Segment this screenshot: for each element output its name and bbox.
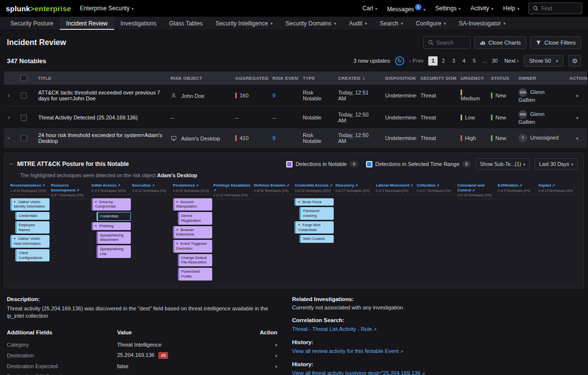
review-activity-link[interactable]: View all review activity for this Notabl… (292, 348, 404, 354)
topbar-menu-item[interactable]: Messages1 (387, 4, 425, 13)
col-owner[interactable]: OWNER (514, 71, 565, 85)
find-searchbox[interactable] (528, 2, 582, 14)
close-charts-button[interactable]: Close Charts (474, 36, 526, 49)
nav-item[interactable]: Glass Tables (163, 17, 209, 30)
page-number-button[interactable]: 30 (490, 56, 499, 66)
row-action-caret-icon[interactable] (574, 135, 579, 141)
technique-box[interactable]: Device Registration (178, 212, 212, 225)
page-number-button[interactable]: 4 (459, 56, 468, 66)
prev-page-button[interactable]: Prev (409, 58, 423, 64)
technique-box[interactable]: Client Configurations (15, 249, 49, 262)
nav-item[interactable]: Audit (343, 17, 373, 30)
nav-item[interactable]: Security Posture (4, 17, 60, 30)
nav-item[interactable]: Investigations (114, 17, 163, 30)
topbar-menu-item[interactable]: Activity (470, 5, 493, 12)
nav-item[interactable]: Security Intelligence (209, 17, 279, 30)
notable-row[interactable]: Threat Activity Detected (25.204.169.136… (4, 107, 587, 129)
time-range-dropdown[interactable]: Last 30 Days (535, 158, 578, 170)
field-action-caret-icon[interactable] (273, 363, 277, 369)
topbar-menu-item[interactable]: Carl (363, 5, 378, 12)
page-number-button[interactable]: ... (480, 56, 489, 66)
topbar-menu-item[interactable]: Settings (435, 5, 461, 12)
page-number-button[interactable]: 1 (428, 56, 438, 66)
col-title[interactable]: TITLE (34, 71, 167, 85)
col-security-domain[interactable]: SECURITY DOMAIN (416, 71, 457, 85)
nav-item[interactable]: Configure (410, 17, 453, 30)
next-page-button[interactable]: Next (504, 58, 518, 64)
tactic-link[interactable]: Persistence (173, 183, 212, 188)
technique-box[interactable]: PowerShell Profile (178, 268, 212, 281)
nav-item[interactable]: Incident Review (60, 17, 114, 30)
refresh-updates-button[interactable]: ↻ (395, 56, 404, 66)
tactic-link[interactable]: Collection (416, 183, 456, 188)
technique-box[interactable]: Browser Extensions (173, 226, 212, 239)
expand-chevron-icon[interactable] (5, 137, 12, 139)
technique-box[interactable]: Brute Force (294, 198, 334, 206)
find-input[interactable] (541, 5, 576, 11)
technique-box[interactable]: Change Default File Association (178, 254, 212, 267)
subtechniques-dropdown[interactable]: Show Sub-Te...(1) (476, 158, 530, 170)
page-number-button[interactable]: 2 (439, 56, 448, 66)
col-type[interactable]: TYPE (299, 71, 334, 85)
select-all-checkbox[interactable] (21, 75, 27, 81)
technique-box[interactable]: Spearphishing Attachment (97, 232, 131, 244)
row-action-caret-icon[interactable] (574, 115, 579, 120)
collapse-chevron-icon[interactable] (8, 163, 15, 165)
topbar-menu-item[interactable]: Help (503, 5, 519, 12)
risk-events-link[interactable]: 9 (272, 135, 275, 141)
show-per-page-dropdown[interactable]: Show 50 (524, 55, 564, 67)
incident-searchbox[interactable] (423, 36, 470, 49)
technique-box[interactable]: Credentials (97, 212, 131, 221)
tactic-link[interactable]: Exfiltration (498, 183, 537, 188)
table-settings-button[interactable]: ⚙ (568, 55, 581, 67)
row-checkbox[interactable] (21, 115, 27, 121)
tactic-link[interactable]: Initial Access (92, 183, 131, 188)
threat-activity-link[interactable]: View all threat activity involving dest=… (292, 370, 425, 375)
col-status[interactable]: STATUS (487, 71, 514, 85)
col-aggregated-risk[interactable]: AGGREGATED RISK (231, 71, 269, 85)
technique-box[interactable]: Gather Victim Identity Information (10, 198, 49, 211)
expand-chevron-icon[interactable] (8, 114, 10, 121)
tactic-link[interactable]: Discovery (335, 183, 374, 188)
technique-box[interactable]: Drive-by Compromise (92, 198, 131, 211)
notable-row[interactable]: ATT&CK tactic threshold exceeded over pr… (4, 85, 587, 107)
tactic-link[interactable]: Credential Access (294, 183, 334, 188)
page-number-button[interactable]: 5 (469, 56, 479, 66)
tactic-link[interactable]: Command and Control (457, 183, 496, 192)
row-checkbox[interactable] (21, 135, 27, 141)
risk-events-link[interactable]: -- (272, 115, 276, 120)
tactic-link[interactable]: Lateral Movement (376, 183, 415, 188)
notable-row[interactable]: 24 hour risk threshold exceeded for syst… (4, 129, 587, 148)
technique-box[interactable]: Employee Names (15, 221, 49, 234)
row-action-caret-icon[interactable] (574, 93, 579, 98)
technique-box[interactable]: Event Triggered Execution (173, 240, 212, 253)
field-action-caret-icon[interactable] (273, 352, 277, 358)
nav-item[interactable]: SA-Investogator (452, 17, 512, 30)
technique-box[interactable]: Password cracking (299, 207, 334, 220)
nav-item[interactable]: Search (373, 17, 410, 30)
incident-search-input[interactable] (437, 40, 466, 46)
technique-box[interactable]: Account Manipulation (173, 198, 212, 211)
col-risk-events[interactable]: RISK EVENTS (269, 71, 299, 85)
tactic-link[interactable]: Defense Evasion (254, 183, 294, 188)
nav-item[interactable]: Security Domains (279, 17, 343, 30)
close-filters-button[interactable]: Close Filters (530, 36, 581, 49)
app-context-menu[interactable]: Enterprise Security (80, 5, 134, 12)
technique-box[interactable]: Phishing (92, 222, 131, 230)
tactic-link[interactable]: Privilege Escalation (214, 183, 253, 192)
technique-box[interactable]: Forge Web Credentials (294, 221, 334, 234)
tactic-link[interactable]: Resource Development (51, 183, 90, 192)
technique-box[interactable]: Spearphishing Link (97, 245, 131, 258)
col-disposition[interactable]: DISPOSITION (381, 71, 416, 85)
tactic-link[interactable]: Impact (539, 183, 578, 188)
col-urgency[interactable]: URGENCY (457, 71, 487, 85)
col-risk-object[interactable]: RISK OBJECT (167, 71, 231, 85)
technique-box[interactable]: Gather Victim Host Information (10, 235, 49, 248)
technique-box[interactable]: Web Cookies (299, 235, 334, 243)
page-number-button[interactable]: 3 (449, 56, 458, 66)
technique-box[interactable]: Credentials (15, 212, 49, 220)
correlation-search-link[interactable]: Threat - Threat List Activity - Rule (292, 326, 377, 332)
field-action-caret-icon[interactable] (273, 342, 277, 348)
tactic-link[interactable]: Execution (132, 183, 172, 188)
tactic-link[interactable]: Reconnaissance (10, 183, 49, 188)
